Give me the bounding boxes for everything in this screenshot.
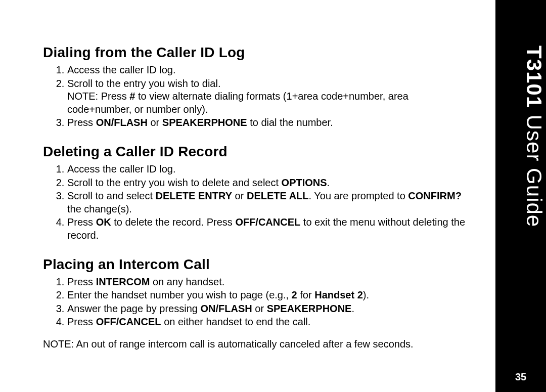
section-heading: Dialing from the Caller ID Log [43, 45, 473, 61]
step-text: Access the caller ID log. [67, 163, 176, 175]
step-item: Scroll to the entry you wish to delete a… [67, 177, 473, 190]
steps-list: Press INTERCOM on any handset. Enter the… [43, 276, 473, 329]
step-text: Scroll to the entry you wish to dial. [67, 77, 473, 91]
step-text: Press OK to delete the record. Press OFF… [67, 216, 465, 241]
steps-list: Access the caller ID log. Scroll to the … [43, 163, 473, 242]
step-item: Answer the page by pressing ON/FLASH or … [67, 302, 473, 316]
steps-list: Access the caller ID log. Scroll to the … [43, 64, 473, 129]
step-item: Press ON/FLASH or SPEAKERPHONE to dial t… [67, 116, 473, 129]
step-item: Scroll to and select DELETE ENTRY or DEL… [67, 190, 473, 215]
sidebar: T3101 User Guide 35 [495, 0, 546, 392]
step-text: Scroll to the entry you wish to delete a… [67, 177, 330, 188]
step-text: Access the caller ID log. [67, 64, 176, 75]
note-key: # [129, 91, 135, 102]
section-dialing: Dialing from the Caller ID Log Access th… [43, 45, 473, 129]
step-note: NOTE: Press # to view alternate dialing … [67, 90, 473, 116]
step-text: Scroll to and select DELETE ENTRY or DEL… [67, 190, 462, 214]
section-intercom: Placing an Intercom Call Press INTERCOM … [43, 256, 473, 351]
page-number: 35 [495, 371, 546, 383]
step-item: Press INTERCOM on any handset. [67, 276, 473, 289]
step-item: Press OK to delete the record. Press OFF… [67, 216, 473, 242]
step-item: Access the caller ID log. [67, 163, 473, 176]
sidebar-title-rest: User Guide [522, 108, 546, 227]
step-item: Press OFF/CANCEL on either handset to en… [67, 316, 473, 329]
section-heading: Placing an Intercom Call [43, 256, 473, 273]
section-note: NOTE: An out of range intercom call is a… [43, 338, 473, 351]
section-heading: Deleting a Caller ID Record [43, 144, 473, 160]
sidebar-title: T3101 User Guide [495, 46, 546, 227]
note-prefix: NOTE: Press [67, 91, 129, 102]
sidebar-title-bold: T3101 [522, 46, 546, 108]
step-text: Press ON/FLASH or SPEAKERPHONE to dial t… [67, 117, 333, 128]
step-item: Scroll to the entry you wish to dial. NO… [67, 77, 473, 116]
content: Dialing from the Caller ID Log Access th… [43, 45, 473, 365]
section-deleting: Deleting a Caller ID Record Access the c… [43, 144, 473, 242]
step-text: Press OFF/CANCEL on either handset to en… [67, 316, 310, 327]
step-text: Press INTERCOM on any handset. [67, 276, 224, 287]
step-item: Enter the handset number you wish to pag… [67, 289, 473, 302]
step-item: Access the caller ID log. [67, 64, 473, 77]
step-text: Enter the handset number you wish to pag… [67, 289, 369, 300]
page-root: T3101 User Guide 35 Dialing from the Cal… [0, 0, 546, 392]
step-text: Answer the page by pressing ON/FLASH or … [67, 303, 354, 314]
